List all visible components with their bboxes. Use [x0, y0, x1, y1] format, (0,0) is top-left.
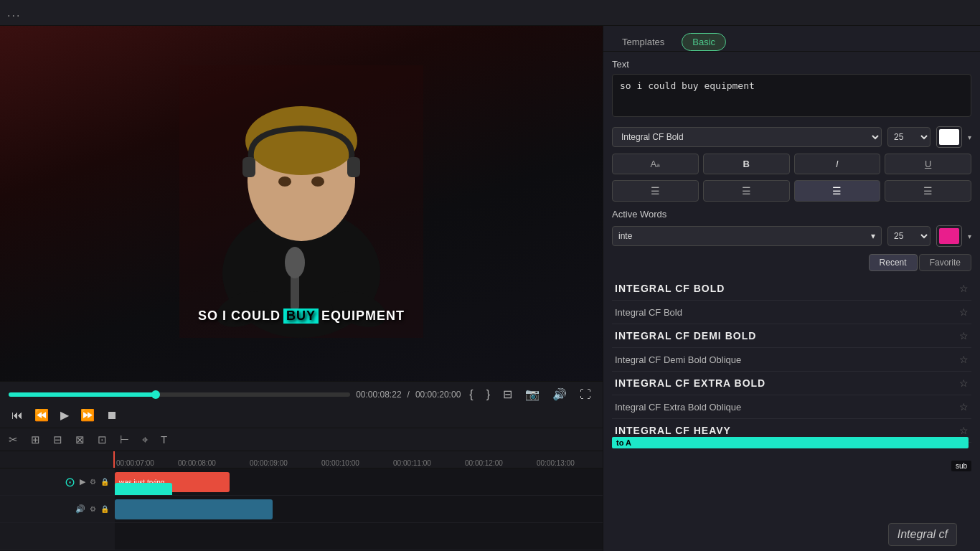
time-total: 00:00:20:00	[415, 390, 461, 400]
tool-scissors[interactable]: ✂	[6, 432, 21, 448]
tick-1: 00:00:07:00	[116, 451, 154, 468]
curly-brace-open-btn[interactable]: {	[466, 387, 476, 402]
font-list: INTEGRAL CF BOLD ☆ Integral CF Bold ☆ In…	[612, 277, 971, 454]
track-settings-1: ⚙	[90, 478, 96, 486]
svg-point-7	[311, 176, 324, 187]
font-name-4: INTEGRAL CF EXTRA BOLD	[615, 377, 765, 389]
font-size-select[interactable]: 25	[887, 127, 930, 147]
tick-3: 00:00:09:00	[250, 451, 288, 468]
font-tab-favorite[interactable]: Favorite	[919, 254, 971, 271]
track-label-1: ⊙ ▶ ⚙ 🔒	[0, 468, 115, 495]
clip-block-audio[interactable]	[115, 499, 273, 519]
main-area: SO I COULD BUY EQUIPMENT 00:00:08:22 / 0…	[0, 26, 980, 551]
font-item-4[interactable]: INTEGRAL CF EXTRA BOLD ☆	[612, 372, 971, 395]
font-item-0[interactable]: INTEGRAL CF BOLD ☆	[612, 277, 971, 301]
star-icon-2[interactable]: ☆	[959, 330, 969, 342]
style-btn-italic[interactable]: I	[794, 154, 881, 174]
control-icons-right: { } ⊟ 📷 🔊 ⛶	[466, 386, 594, 402]
font-name-1: Integral CF Bold	[615, 307, 682, 318]
font-controls-row: Integral CF Bold 25 ▾	[612, 126, 971, 148]
style-btn-underline[interactable]: U	[885, 154, 971, 174]
tab-templates[interactable]: Templates	[612, 34, 674, 50]
style-btn-bold[interactable]: B	[703, 154, 790, 174]
camera-btn[interactable]: 📷	[522, 386, 542, 402]
timeline-ruler: 00:00:07:00 00:00:08:00 00:00:09:00 00:0…	[0, 451, 603, 468]
style-btn-aa[interactable]: Aₐ	[612, 154, 699, 174]
app-menu-dots[interactable]: ...	[7, 6, 21, 19]
progress-thumb[interactable]	[151, 390, 160, 399]
star-icon-3[interactable]: ☆	[959, 354, 969, 365]
align-center-active-btn[interactable]: ☰	[794, 180, 881, 202]
step-fwd-btn[interactable]: ⏩	[77, 407, 98, 423]
active-words-color-inner	[939, 228, 959, 244]
active-words-font-label: inte	[618, 231, 632, 241]
speaker-btn[interactable]: 🔊	[550, 386, 570, 402]
font-name-2: INTEGRAL CF DEMI BOLD	[615, 330, 756, 342]
track-content-1[interactable]: ✂ was just trying	[115, 468, 603, 495]
right-panel-content: Text Integral CF Bold 25 ▾ Aₐ B I	[603, 52, 980, 551]
track-lock-2: 🔒	[100, 505, 109, 513]
star-icon-0[interactable]: ☆	[959, 283, 969, 294]
svg-rect-5	[347, 157, 360, 177]
tool-group[interactable]: ⊠	[72, 432, 88, 448]
sub-badge-area: sub	[612, 460, 971, 471]
font-family-select[interactable]: Integral CF Bold	[612, 127, 882, 147]
active-words-section: Active Words inte ▾ 25 ▾	[612, 209, 971, 471]
align-center-btn[interactable]: ☰	[703, 180, 790, 202]
active-words-color-swatch[interactable]	[936, 225, 962, 247]
fullscreen-btn[interactable]: ⛶	[577, 387, 594, 402]
track-lock-1: 🔒	[100, 478, 109, 486]
subtitle-word-highlight: BUY	[283, 309, 319, 324]
text-section-label: Text	[612, 59, 971, 70]
svg-point-6	[278, 176, 291, 187]
tool-add-track[interactable]: ⊞	[28, 432, 43, 448]
tool-text[interactable]: T	[158, 432, 170, 447]
play-btn[interactable]: ▶	[57, 407, 72, 423]
tab-basic[interactable]: Basic	[682, 33, 726, 51]
font-item-2[interactable]: INTEGRAL CF DEMI BOLD ☆	[612, 324, 971, 348]
progress-bar[interactable]	[9, 392, 350, 397]
time-separator: /	[407, 390, 410, 400]
person-silhouette	[179, 65, 423, 338]
align-left-btn[interactable]: ☰	[612, 180, 699, 202]
active-words-color-arrow[interactable]: ▾	[968, 232, 971, 240]
star-icon-5[interactable]: ☆	[959, 401, 969, 413]
star-icon-6[interactable]: ☆	[959, 425, 969, 436]
stop-btn[interactable]: ⏹	[103, 408, 121, 423]
font-tab-recent[interactable]: Recent	[869, 254, 918, 271]
svg-rect-4	[242, 157, 255, 177]
track-content-3[interactable]	[115, 523, 603, 550]
align-right-btn[interactable]: ☰	[885, 180, 971, 202]
text-input[interactable]	[612, 74, 971, 117]
prev-frame-btn[interactable]: ⏮	[9, 408, 26, 423]
step-back-btn[interactable]: ⏪	[32, 407, 52, 423]
active-words-controls: inte ▾ 25 ▾	[612, 225, 971, 247]
subtitle-word-2: EQUIPMENT	[321, 309, 405, 324]
to-a-badge[interactable]: to A	[612, 437, 969, 448]
playhead[interactable]	[113, 451, 115, 468]
clip-block-subtitle[interactable]	[115, 483, 172, 495]
tool-remove-track[interactable]: ⊟	[50, 432, 65, 448]
font-color-swatch[interactable]	[936, 126, 962, 148]
top-bar: ...	[0, 0, 980, 26]
star-icon-1[interactable]: ☆	[959, 306, 969, 318]
track-content-2[interactable]	[115, 496, 603, 522]
track-label-3	[0, 523, 115, 550]
font-item-5[interactable]: Integral CF Extra Bold Oblique ☆	[612, 395, 971, 419]
tool-align[interactable]: ⊢	[117, 432, 132, 448]
playback-controls: ⏮ ⏪ ▶ ⏩ ⏹	[0, 407, 603, 428]
timeline-area: 00:00:07:00 00:00:08:00 00:00:09:00 00:0…	[0, 451, 603, 551]
split-btn[interactable]: ⊟	[500, 386, 515, 402]
star-icon-4[interactable]: ☆	[959, 377, 969, 389]
left-panel: SO I COULD BUY EQUIPMENT 00:00:08:22 / 0…	[0, 26, 603, 551]
color-dropdown-arrow[interactable]: ▾	[968, 133, 971, 141]
tool-transform[interactable]: ⌖	[139, 432, 151, 448]
curly-brace-close-btn[interactable]: }	[484, 387, 493, 402]
active-words-size-select[interactable]: 25	[887, 226, 930, 246]
font-item-3[interactable]: Integral CF Demi Bold Oblique ☆	[612, 348, 971, 372]
tool-ungroup[interactable]: ⊡	[95, 432, 110, 448]
font-item-1[interactable]: Integral CF Bold ☆ Integral cf	[612, 301, 971, 324]
font-preview-tooltip: Integral cf	[888, 523, 957, 546]
font-list-tabs: Recent Favorite	[612, 254, 971, 271]
active-words-font-dropdown[interactable]: inte ▾	[612, 226, 882, 246]
